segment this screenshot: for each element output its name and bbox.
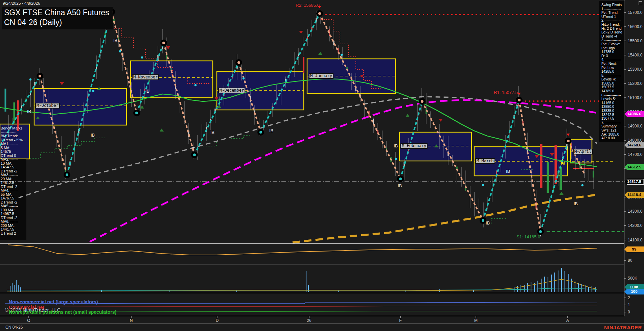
instrument-label: CN 04-26 [5,325,23,330]
dot-marker [119,50,121,52]
axis-tick-label: 15400.0 [628,53,644,57]
down-triangle-marker [60,82,64,85]
panel-text-line: AF: 8.00 [601,136,624,140]
panel-text-line: 14785.0 [601,50,624,54]
dot-marker [341,54,343,56]
panel-text-line: Bench Marks [1,126,26,131]
swing-low-marker [65,172,69,177]
panel-text-line: 14987.5 [1,212,26,216]
oscillator-line [8,245,597,255]
large-candle [555,145,557,184]
axis-tick-label: 15300.0 [628,67,644,72]
month-label-chip: M-October [35,103,60,109]
up-triangle-marker [160,128,164,132]
ib-marker-label: IB [269,128,273,133]
panel-text-line: Pvt. Evolve: [601,42,624,46]
swing-high-marker [38,74,42,78]
x-axis-label: O [24,318,34,323]
axis-tick-label: 1 [628,303,644,307]
ib-marker-label: IB [506,169,510,174]
pivot-alert-triangle [518,93,521,95]
swing-pivots-panel: Swing Pivots1.--------------Pvt. Trend:U… [599,1,624,142]
panel-text-line: Lo:-2 DTrend [601,30,624,34]
panel-text-line: 14285.0 [601,70,624,74]
panel-text-line: 14547.5 [1,165,26,169]
up-triangle-marker [559,192,564,195]
swing-high-marker [161,41,166,45]
month-label-chip: M-February [400,143,428,149]
volume-ma-line [7,279,597,291]
swing-low-marker [481,218,485,223]
x-axis-label: N [126,318,136,323]
legend-noncommercial: Non-commercial net (large speculators) [9,299,98,305]
chart-title-line1: SGX FTSE China A50 Futures [4,8,109,18]
panel-text-line: 14785.0 [601,89,624,93]
x-axis-label: A [562,318,573,323]
swing-high-marker [517,98,522,102]
down-triangle-marker [439,119,443,122]
r2-level-label: R2: 15685.0 [296,3,320,8]
panel-text-line: 14767.5 [1,196,26,200]
ib-marker-label: IB [113,38,117,43]
zigzag-down-leg [320,14,400,179]
dot-marker [29,78,31,80]
window-controls-icon[interactable] [639,1,642,5]
large-candle [540,144,543,188]
s1-level-label: S1: 14165.0 [516,234,540,239]
chart-canvas[interactable] [0,0,644,331]
support-step-line [491,218,507,224]
panel-text-line: HiLo Trend: [601,23,624,27]
price-tag: 14986.6 [624,111,644,117]
panel-text-line: 14417.5 [1,228,26,232]
panel-text-line: Swing Pivots [601,3,624,7]
ib-marker-label: IB [145,89,150,94]
month-label-chip: M-March [475,158,495,164]
price-bar-body [593,171,594,178]
dot-marker [581,184,583,186]
axis-tick-label: 14100.0 [628,238,644,242]
axis-tick-label: 0 [628,310,644,314]
axis-tick-label: 14800.0 [628,138,644,143]
panel-text-line: 14612.5 [1,181,26,185]
panel-text-line: 13535.0 [601,109,624,113]
ib-marker-label: IB [210,130,214,135]
panel-text-line: SP's: 121 [601,128,624,133]
large-candle [547,162,549,193]
axis-tick-label: 15600.0 [628,24,644,29]
swing-low-marker [192,152,197,157]
price-tag: 14768.6 [624,142,644,148]
dot-marker [194,84,197,86]
up-triangle-marker [140,105,144,109]
zigzag-down-leg [164,43,194,155]
ib-marker-label: IB [394,143,398,148]
axis-tick-label: 15500.0 [628,39,644,43]
axis-tick-label: 15100.0 [628,95,644,100]
axis-tick-label: 15700.0 [628,10,644,15]
axis-tick-label: 2 [628,295,644,300]
swing-high-marker [317,11,322,16]
axis-tick-label: 14700.0 [628,152,644,157]
month-label-chip: M-December [218,88,245,93]
dot-marker [395,158,397,160]
panel-text-line: MA5.------- [1,204,26,208]
ma-200-orange-dashed [293,195,597,242]
swing-high-marker [420,99,424,104]
ninjatrader-logo: NINJATRADER [604,325,642,330]
panel-text-line: BM Trend: [1,134,26,138]
axis-tick-label: 14300.0 [628,209,644,214]
axis-tick-label: 80 [628,258,644,263]
axis-tick-label: 500K [628,276,644,281]
price-tag: 14612.5 [624,164,644,170]
bench-marks-panel: Bench Marks------------BM Trend:DTrend -… [1,126,26,235]
price-tag: 14418.4 [624,192,644,198]
swing-low-marker [258,130,263,135]
ib-marker-label: IB [486,220,490,226]
swing-low-marker [538,229,543,234]
x-axis-label: D [212,318,222,323]
f0-marker-label: F0 [561,162,565,166]
axis-tick-label: 14900.0 [628,124,644,128]
swing-low-marker [134,111,139,115]
support-step-line [30,138,105,158]
large-candle [560,167,562,190]
x-axis-label: 26 [304,318,314,323]
